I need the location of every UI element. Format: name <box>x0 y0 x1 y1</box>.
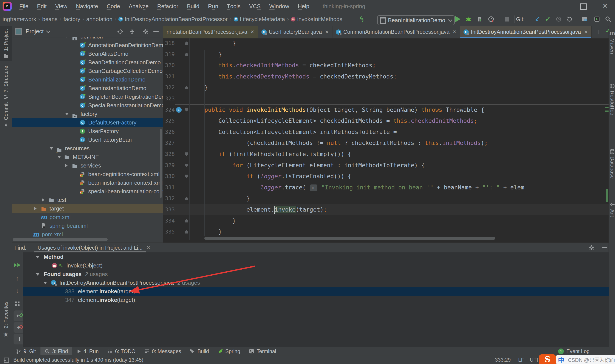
code-line-330[interactable]: 330 if (logger.isTraceEnabled()) { <box>163 171 609 182</box>
tree-item-spring-bean-iml[interactable]: spring-bean.iml <box>12 221 163 230</box>
tree-item-special-bean-instantiation-context-xml[interactable]: special-bean-instantiation-context.xml <box>12 187 163 196</box>
menu-vcs[interactable]: VCS <box>245 0 265 13</box>
previous-occurrence-icon[interactable]: ↑ <box>12 275 23 282</box>
collapse-all-icon[interactable] <box>129 29 135 35</box>
toolwindow-button-0-messages[interactable]: 0: Messages <box>140 347 185 355</box>
fold-start-icon[interactable] <box>185 164 188 167</box>
stripe-button-2-favorites[interactable]: 2: Favorites★ <box>0 299 12 341</box>
run-anything-icon[interactable] <box>592 13 602 26</box>
menu-refactor[interactable]: Refactor <box>153 0 183 13</box>
overrides-method-icon[interactable]: ↓ <box>176 107 182 113</box>
collapse-arrow-icon[interactable] <box>43 282 47 284</box>
menu-code[interactable]: Code <box>102 0 124 13</box>
chevron-down-icon[interactable] <box>46 29 50 33</box>
menu-help[interactable]: Help <box>294 0 314 13</box>
code-line-326[interactable]: 326 Collection<LifecycleElement> initMet… <box>163 126 609 138</box>
collapse-arrow-icon[interactable] <box>50 147 53 150</box>
stripe-button-commit[interactable]: Commit <box>0 99 12 130</box>
collapse-arrow-icon[interactable] <box>65 113 69 115</box>
tree-item-bean-instantiation-context-xml[interactable]: bean-instantiation-context.xml <box>12 179 163 187</box>
code-line-319[interactable]: 319 } <box>163 49 609 60</box>
code-line-323[interactable]: 323 <box>163 93 609 104</box>
breadcrumb-item[interactable]: CLifecycleMetadata <box>234 16 285 23</box>
code-line-325[interactable]: 325 Collection<LifecycleElement> checked… <box>163 115 609 126</box>
menu-window[interactable]: Window <box>265 0 293 13</box>
find-row-file[interactable]: CInitDestroyAnnotationBeanPostProcessor.… <box>23 278 609 287</box>
code-line-329[interactable]: 329 for (LifecycleElement element : init… <box>163 160 609 171</box>
toolwindow-button-3-find[interactable]: 3: Find <box>40 347 72 355</box>
tree-item-bean-deginitions-context-xml[interactable]: bean-deginitions-context.xml <box>12 170 163 179</box>
minimize-icon[interactable] <box>554 8 560 8</box>
menu-edit[interactable]: Edit <box>33 0 51 13</box>
tree-item-beandefinitioncreationdemo[interactable]: CBeanDefinitionCreationDemo <box>12 58 163 67</box>
tree-item-pom-xml[interactable]: mpom.xml <box>12 230 163 239</box>
menu-tools[interactable]: Tools <box>223 0 245 13</box>
toolwindow-button-build[interactable]: Build <box>186 347 213 355</box>
rerun-search-icon[interactable] <box>12 263 23 267</box>
toolwindow-button-spring[interactable]: Spring <box>214 347 244 355</box>
hide-panel-icon[interactable] <box>153 31 159 32</box>
next-occurrence-icon[interactable]: ↓ <box>12 287 23 294</box>
tree-item-beaninstantiationdemo[interactable]: CBeanInstantiationDemo <box>12 84 163 92</box>
close-tab-icon[interactable]: ✕ <box>250 29 254 35</box>
code-line-335[interactable]: 335 } <box>163 226 609 237</box>
fold-start-icon[interactable] <box>185 152 188 156</box>
toolwindow-button-4-run[interactable]: 4: Run <box>73 347 103 355</box>
status-message[interactable]: Build completed successfully in 1 s 490 … <box>13 355 143 364</box>
find-row-group[interactable]: Method <box>23 253 609 261</box>
toolwindow-button-6-todo[interactable]: 6: TODO <box>104 347 139 355</box>
project-structure-icon[interactable] <box>580 13 589 26</box>
toolwindow-button-9-git[interactable]: 9: Git <box>12 347 40 355</box>
group-by-icon[interactable] <box>12 301 23 307</box>
fold-end-icon[interactable] <box>185 53 188 56</box>
run-button[interactable] <box>453 13 463 26</box>
tree-item-specialbeaninstantiationdemo[interactable]: CSpecialBeanInstantiationDemo <box>12 101 163 110</box>
navigate-back-icon[interactable] <box>357 13 366 26</box>
expand-arrow-icon[interactable] <box>65 164 67 168</box>
tree-horizontal-scrollbar[interactable] <box>13 238 107 241</box>
tree-item-userfactory[interactable]: IUserFactory <box>12 127 163 135</box>
tree-item-beangarbagecollectiondemo[interactable]: CBeanGarbageCollectionDemo <box>12 67 163 75</box>
find-row-usage[interactable]: 347element.invoke(target); <box>23 296 609 304</box>
breadcrumb-item[interactable]: factory <box>64 16 80 23</box>
tree-item-test[interactable]: test <box>12 196 163 204</box>
close-icon[interactable]: ✕ <box>146 245 150 250</box>
expand-arrow-icon[interactable] <box>42 198 44 202</box>
menu-view[interactable]: View <box>51 0 72 13</box>
fold-end-icon[interactable] <box>185 197 188 200</box>
tree-item-beanaliasdemo[interactable]: CBeanAliasDemo <box>12 50 163 58</box>
caret-position[interactable]: 333:29 <box>495 355 511 364</box>
code-line-321[interactable]: 321 this.checkedDestroyMethods = checked… <box>163 71 609 82</box>
editor-tab[interactable]: CCommonAnnotationBeanPostProcessor.java✕ <box>333 26 460 38</box>
breadcrumb-item[interactable]: CInitDestroyAnnotationBeanPostProcessor <box>118 16 227 23</box>
tool-window-toggle-icon[interactable] <box>3 357 10 363</box>
tree-item-beaninitializationdemo[interactable]: CBeanInitializationDemo <box>12 75 163 84</box>
menu-analyze[interactable]: Analyze <box>124 0 153 13</box>
code-line-318[interactable]: 318 } <box>163 38 609 49</box>
run-configuration-select[interactable]: BeanInitializationDemo <box>377 15 455 25</box>
fold-start-icon[interactable] <box>185 175 188 178</box>
vcs-commit-icon[interactable]: ✓ <box>543 13 553 26</box>
code-line-320[interactable]: 320 this.checkedInitMethods = checkedIni… <box>163 60 609 71</box>
tree-vertical-scrollbar[interactable] <box>160 129 162 198</box>
collapse-arrow-icon[interactable] <box>36 273 40 276</box>
search-everywhere-icon[interactable] <box>603 13 613 26</box>
locate-file-icon[interactable] <box>117 29 123 35</box>
project-panel-title[interactable]: Project <box>26 28 44 35</box>
code-line-333[interactable]: 333 element.invoke(target); <box>163 204 609 215</box>
code-line-322[interactable]: 322 } <box>163 82 609 93</box>
menu-run[interactable]: Run <box>204 0 223 13</box>
breadcrumb-item[interactable]: minvokeInitMethods <box>291 16 342 23</box>
tree-item-resources[interactable]: resources <box>12 144 163 153</box>
tree-item-definition[interactable]: definition <box>12 37 163 41</box>
expand-arrow-icon[interactable] <box>34 207 37 210</box>
fold-end-icon[interactable] <box>185 230 188 234</box>
fold-end-icon[interactable] <box>185 41 188 45</box>
close-icon[interactable]: × <box>602 1 607 11</box>
stripe-button-database[interactable]: Database <box>609 146 615 181</box>
find-row-group[interactable]: Found usages2 usages <box>23 270 609 278</box>
collapse-arrow-icon[interactable] <box>57 156 61 158</box>
stripe-button-ant[interactable]: Ant <box>609 199 615 220</box>
debug-button[interactable] <box>464 13 473 26</box>
find-results-tab[interactable]: Usages of invoke(Object) in Project and … <box>34 243 154 252</box>
